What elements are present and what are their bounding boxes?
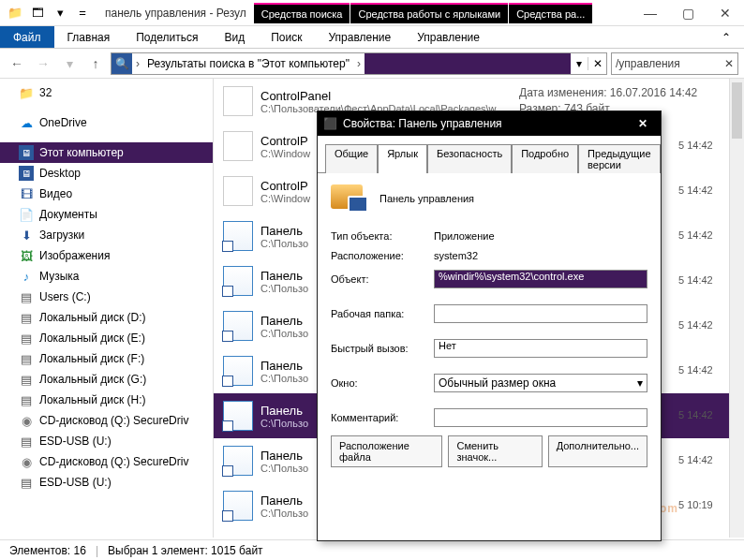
- result-meta: 5 14:42: [678, 139, 735, 153]
- tree-item[interactable]: ▤Users (C:): [0, 287, 213, 307]
- address-bar[interactable]: 🔍 › Результаты поиска в "Этот компьютер"…: [111, 52, 607, 75]
- docs-icon: 📄: [19, 207, 34, 222]
- advanced-button[interactable]: Дополнительно...: [548, 435, 647, 467]
- tab-view[interactable]: Вид: [211, 26, 258, 48]
- workdir-input[interactable]: [434, 304, 647, 323]
- address-text[interactable]: Результаты поиска в "Этот компьютер": [143, 57, 353, 70]
- tree-item[interactable]: 🖥Desktop: [0, 163, 213, 184]
- open-file-location-button[interactable]: Расположение файла: [331, 435, 442, 467]
- tab-manage[interactable]: Управление: [315, 26, 404, 48]
- properties-icon[interactable]: 🗔: [28, 4, 47, 22]
- tab-previous[interactable]: Предыдущие версии: [578, 144, 660, 173]
- search-clear-icon[interactable]: ✕: [724, 57, 734, 70]
- disk-icon: ▤: [19, 331, 34, 346]
- dialog-body: Панель управления Тип объекта:Приложение…: [318, 173, 661, 479]
- onedrive-icon: ☁: [19, 115, 34, 130]
- context-tab-shortcut[interactable]: Средства работы с ярлыками: [350, 3, 508, 23]
- video-icon: 🎞: [19, 186, 34, 201]
- tree-item[interactable]: ▤Локальный диск (G:): [0, 369, 213, 390]
- file-icon: [223, 176, 253, 206]
- tree-item[interactable]: ▤Локальный диск (F:): [0, 348, 213, 369]
- tree-item[interactable]: ♪Музыка: [0, 266, 213, 287]
- tree-item-label: Локальный диск (E:): [39, 332, 145, 345]
- tree-item-label: Users (C:): [39, 290, 91, 303]
- control-panel-icon: [223, 266, 253, 296]
- tab-general[interactable]: Общие: [325, 144, 378, 173]
- breadcrumb-sep-icon[interactable]: ›: [132, 57, 143, 70]
- tab-share[interactable]: Поделиться: [123, 26, 211, 48]
- tree-item-label: OneDrive: [39, 116, 87, 129]
- tree-item[interactable]: ▤ESD-USB (U:): [0, 431, 213, 451]
- chevron-down-icon: ▾: [637, 376, 643, 390]
- maximize-button[interactable]: ▢: [669, 1, 707, 25]
- app-name: Панель управления: [370, 193, 647, 204]
- qat-dropdown-icon[interactable]: ▾: [51, 4, 69, 22]
- folder-icon[interactable]: 📁: [6, 4, 24, 22]
- minimize-button[interactable]: —: [632, 1, 669, 25]
- run-select[interactable]: Обычный размер окна▾: [434, 374, 647, 392]
- forward-button[interactable]: →: [32, 52, 54, 75]
- address-clear-button[interactable]: ✕: [588, 57, 606, 70]
- quick-access-toolbar: 📁 🗔 ▾ =: [0, 4, 97, 22]
- label-run: Окно:: [331, 377, 434, 389]
- ribbon-collapse-icon[interactable]: ⌃: [708, 26, 744, 48]
- run-value: Обычный размер окна: [439, 376, 556, 390]
- tree-item[interactable]: 📁32: [0, 82, 213, 103]
- tab-search[interactable]: Поиск: [258, 26, 315, 48]
- tab-home[interactable]: Главная: [54, 26, 124, 48]
- tree-item-label: Документы: [39, 208, 97, 221]
- breadcrumb-sep-icon[interactable]: ›: [353, 57, 365, 70]
- tree-item[interactable]: 📄Документы: [0, 204, 213, 225]
- dialog-titlebar[interactable]: ⬛ Свойства: Панель управления ✕: [318, 111, 661, 136]
- music-icon: ♪: [19, 269, 34, 284]
- status-count: Элементов: 16: [9, 544, 86, 557]
- status-sep: |: [96, 544, 98, 557]
- tree-item[interactable]: ▤ESD-USB (U:): [0, 472, 213, 493]
- tree-item[interactable]: ☁OneDrive: [0, 112, 213, 133]
- result-meta: 5 14:42: [678, 363, 735, 377]
- change-icon-button[interactable]: Сменить значок...: [448, 435, 542, 467]
- qat-sep: =: [73, 4, 92, 22]
- scroll-thumb[interactable]: [732, 82, 742, 139]
- tree-item[interactable]: 🖼Изображения: [0, 245, 213, 266]
- tree-item[interactable]: ▤Локальный диск (H:): [0, 390, 213, 410]
- close-button[interactable]: ✕: [707, 1, 744, 25]
- tree-item[interactable]: 🎞Видео: [0, 184, 213, 204]
- context-tab-extra[interactable]: Средства ра...: [509, 3, 592, 23]
- tree-item[interactable]: ▤Локальный диск (D:): [0, 307, 213, 328]
- tree-item-label: CD-дисковод (Q:) SecureDriv: [39, 414, 188, 427]
- result-meta: 5 14:42: [678, 184, 735, 198]
- control-panel-icon: [331, 184, 370, 213]
- up-button[interactable]: ↑: [84, 52, 107, 75]
- tab-details[interactable]: Подробно: [512, 144, 578, 173]
- hotkey-input[interactable]: Нет: [434, 339, 647, 358]
- dialog-tabs: Общие Ярлык Безопасность Подробно Предыд…: [318, 136, 661, 173]
- tree-item[interactable]: 🖥Этот компьютер: [0, 142, 213, 163]
- file-icon: [223, 86, 253, 116]
- search-input[interactable]: /управления ✕: [611, 52, 738, 75]
- tab-security[interactable]: Безопасность: [427, 144, 512, 173]
- tab-manage-2[interactable]: Управление: [404, 26, 493, 48]
- recent-dropdown-icon[interactable]: ▾: [58, 52, 81, 75]
- tree-item[interactable]: ◉CD-дисковод (Q:) SecureDriv: [0, 451, 213, 472]
- address-highlight: [365, 53, 571, 74]
- contextual-tabs: Средства поиска Средства работы с ярлыка…: [254, 3, 593, 23]
- ribbon-tabs: Файл Главная Поделиться Вид Поиск Управл…: [0, 26, 744, 49]
- tree-item-label: Этот компьютер: [39, 146, 124, 159]
- disk-icon: ▤: [19, 392, 34, 407]
- vertical-scrollbar[interactable]: [729, 79, 744, 538]
- back-button[interactable]: ←: [6, 52, 28, 75]
- target-input[interactable]: %windir%\system32\control.exe: [434, 270, 647, 288]
- dialog-close-button[interactable]: ✕: [631, 117, 655, 130]
- tree-item-label: Локальный диск (H:): [39, 393, 146, 406]
- tree-item[interactable]: ▤Локальный диск (E:): [0, 328, 213, 348]
- comment-input[interactable]: [434, 408, 647, 427]
- context-tab-search[interactable]: Средства поиска: [254, 3, 350, 23]
- pc-icon: 🖥: [19, 145, 34, 160]
- tab-shortcut[interactable]: Ярлык: [378, 144, 427, 173]
- tree-item[interactable]: ⬇Загрузки: [0, 225, 213, 245]
- folder-icon: 📁: [19, 85, 34, 100]
- tree-item[interactable]: ◉CD-дисковод (Q:) SecureDriv: [0, 410, 213, 431]
- address-dropdown-icon[interactable]: ▾: [571, 57, 588, 70]
- tab-file[interactable]: Файл: [0, 26, 54, 48]
